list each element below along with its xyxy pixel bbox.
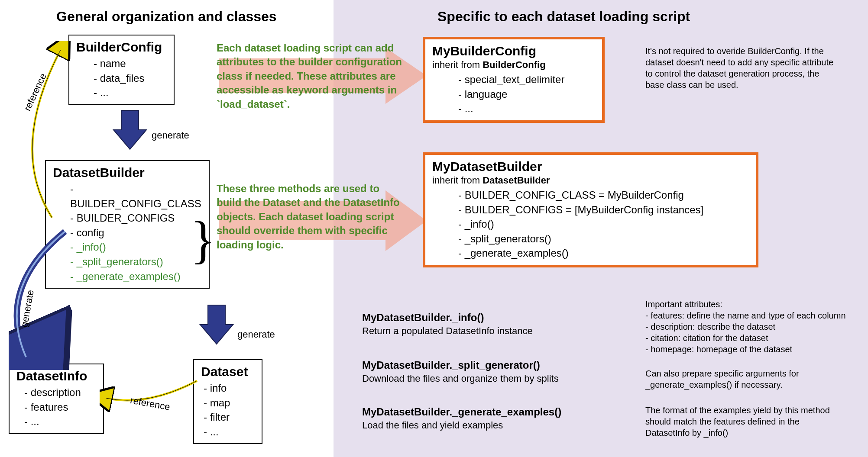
brace-icon: }: [191, 214, 216, 266]
arrow-down-icon: [199, 303, 234, 346]
attr: - BUILDER_CONFIG_CLASS = MyBuilderConfig: [458, 188, 749, 203]
attr: - filter: [204, 410, 255, 425]
attr: - ...: [458, 101, 595, 116]
attr: - _info(): [458, 217, 749, 232]
attr: - name: [94, 56, 167, 71]
label-generate-1: generate: [152, 130, 189, 141]
method-info-desc: Return a populated DatasetInfo instance: [362, 325, 533, 337]
method-split-desc: Download the files and organize them by …: [362, 373, 559, 384]
arrow-down-icon: [113, 108, 147, 151]
inherit-mybc: inherit from BuilderConfig: [432, 59, 595, 71]
attr: - description: [24, 385, 96, 400]
title-dataset: Dataset: [201, 364, 255, 379]
title-mydb: MyDatasetBuilder: [432, 159, 749, 174]
attr: - ...: [204, 425, 255, 439]
note-gen: The format of the examples yield by this…: [645, 405, 840, 438]
box-my-builder-config: MyBuilderConfig inherit from BuilderConf…: [423, 37, 605, 123]
title-mybc: MyBuilderConfig: [432, 44, 595, 58]
method-gen-title: MyDatasetBuilder._generate_examples(): [362, 406, 561, 418]
title-builder-config: BuilderConfig: [76, 40, 167, 55]
note-info: Important attributes: - features: define…: [645, 299, 853, 355]
attr: - BUILDER_CONFIGS: [70, 211, 202, 225]
attr: - ...: [24, 414, 96, 429]
attr-method: - _info(): [70, 240, 202, 254]
annotation-middle: These three methods are used to build th…: [217, 182, 407, 252]
method-split-title: MyDatasetBuilder._split_generator(): [362, 359, 540, 371]
note-config: It's not required to overide BuilderConf…: [645, 45, 836, 90]
attr: - BUILDER_CONFIG_CLASS: [70, 182, 202, 211]
attr: - BUILDER_CONFIGS = [MyBuilderConfig ins…: [458, 203, 749, 217]
attr: - ...: [94, 85, 167, 100]
attr: - language: [458, 87, 595, 102]
box-builder-config: BuilderConfig - name - data_files - ...: [68, 35, 175, 105]
arrow-reference-icon: [13, 41, 82, 227]
box-dataset-info: DatasetInfo - description - features - .…: [9, 364, 104, 434]
note-split: Can also prepare specific arguments for …: [645, 368, 840, 390]
inherit-mydb: inherit from DatasetBuilder: [432, 175, 749, 186]
attr: - special_text_delimiter: [458, 72, 595, 87]
annotation-top: Each dataset loading script can add attr…: [217, 41, 407, 111]
heading-left: General organization and classes: [56, 9, 277, 25]
attr: - data_files: [94, 71, 167, 86]
method-gen-desc: Load the files and yield examples: [362, 420, 503, 431]
method-info-title: MyDatasetBuilder._info(): [362, 312, 484, 324]
attr: - features: [24, 400, 96, 415]
box-dataset: Dataset - info - map - filter - ...: [193, 359, 262, 444]
attr: - _split_generators(): [458, 232, 749, 246]
label-generate-2: generate: [237, 329, 275, 340]
box-my-dataset-builder: MyDatasetBuilder inherit from DatasetBui…: [423, 152, 758, 267]
attr-method: - _split_generators(): [70, 254, 202, 269]
attr: - info: [204, 381, 255, 396]
attr: - _generate_examples(): [458, 246, 749, 261]
attr-method: - _generate_examples(): [70, 269, 202, 284]
title-dataset-info: DatasetInfo: [16, 369, 96, 383]
heading-right: Specific to each dataset loading script: [437, 9, 690, 25]
attr: - config: [70, 225, 202, 240]
arrow-generate-icon: [9, 227, 87, 370]
attr: - map: [204, 396, 255, 410]
